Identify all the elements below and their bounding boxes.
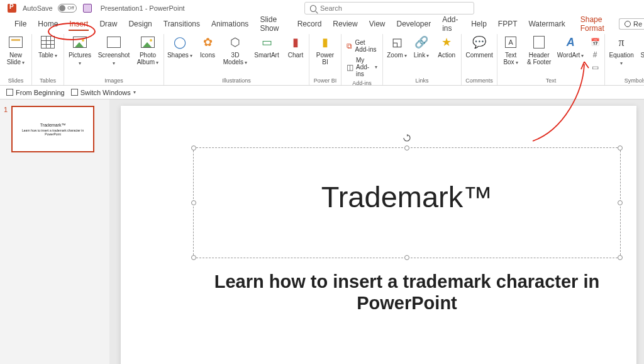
group-addins: ⧉Get Add-ins ◫My Add-ins▾ Add-ins [341, 34, 383, 85]
powerbi-icon: ▮ [317, 34, 333, 50]
photo-album-button[interactable]: PhotoAlbum [135, 34, 161, 66]
document-title: Presentation1 - PowerPoint [101, 4, 185, 12]
resize-handle[interactable] [618, 255, 623, 260]
pictures-icon [72, 34, 88, 50]
rotate-handle[interactable] [403, 133, 411, 140]
tab-record[interactable]: Record [292, 18, 328, 30]
link-button[interactable]: 🔗 Link [412, 34, 431, 59]
tab-draw[interactable]: Draw [94, 18, 123, 30]
shapes-icon: ◯ [172, 34, 188, 50]
search-input[interactable] [320, 4, 469, 12]
resize-handle[interactable] [404, 145, 409, 151]
tab-developer[interactable]: Developer [391, 18, 436, 30]
zoom-icon: ◱ [389, 34, 405, 50]
group-images: Pictures Screenshot PhotoAlbum Images [64, 34, 164, 85]
resize-handle[interactable] [191, 200, 196, 205]
photo-album-icon [140, 34, 156, 50]
action-button[interactable]: ★ Action [435, 34, 458, 59]
table-button[interactable]: Table [35, 34, 61, 59]
reuse-icon [625, 21, 631, 27]
windows-icon [71, 89, 78, 96]
symbol-button[interactable]: Ω Symbol [639, 34, 644, 59]
slide[interactable]: Trademark™ Learn how to insert a tradema… [121, 106, 636, 364]
tab-home[interactable]: Home [32, 18, 64, 30]
title-textbox[interactable]: Trademark™ [193, 147, 621, 258]
autosave-toggle[interactable]: Off [55, 4, 77, 13]
slide-title[interactable]: Trademark™ [194, 179, 620, 214]
ribbon: NewSlide Slides Table Tables Pictures Sc… [0, 31, 644, 86]
slide-thumbnails: 1 Trademark™ Learn how to insert a trade… [0, 100, 109, 364]
slide-number-button[interactable]: # [588, 49, 602, 60]
group-tables: Table Tables [32, 34, 64, 85]
date-time-button[interactable]: 📅 [588, 37, 602, 48]
slide-subtitle[interactable]: Learn how to insert a trademark characte… [193, 271, 621, 314]
thumb-number: 1 [4, 106, 8, 152]
save-icon[interactable] [83, 4, 92, 13]
equation-button[interactable]: π Equation [608, 34, 635, 67]
resize-handle[interactable] [404, 255, 409, 260]
smartart-button[interactable]: ▭ SmartArt [252, 34, 281, 59]
resize-handle[interactable] [191, 255, 196, 260]
group-links: ◱ Zoom 🔗 Link ★ Action Links [383, 34, 462, 85]
tab-fppt[interactable]: FPPT [492, 18, 523, 30]
textbox-button[interactable]: A TextBox [500, 34, 521, 66]
header-footer-button[interactable]: Header& Footer [525, 34, 553, 65]
tab-design[interactable]: Design [123, 18, 157, 30]
addins-icon: ◫ [347, 63, 353, 72]
equation-icon: π [613, 34, 630, 50]
from-beginning-button[interactable]: From Beginning [6, 89, 65, 96]
resize-handle[interactable] [191, 145, 196, 151]
switch-windows-button[interactable]: Switch Windows▾ [71, 89, 136, 96]
chart-icon: ▮ [287, 34, 304, 50]
tab-insert[interactable]: Insert [64, 18, 94, 30]
tab-watermark[interactable]: Watermark [523, 18, 570, 30]
link-icon: 🔗 [413, 34, 430, 50]
comment-button[interactable]: 💬 Comment [464, 34, 494, 59]
tab-view[interactable]: View [364, 18, 391, 30]
resize-handle[interactable] [618, 145, 623, 151]
powerbi-button[interactable]: ▮ PowerBI [312, 34, 338, 65]
object-icon: ▭ [591, 63, 599, 72]
wordart-button[interactable]: A WordArt [557, 34, 584, 59]
my-addins-button[interactable]: ◫My Add-ins▾ [344, 55, 380, 79]
new-slide-icon [8, 34, 24, 50]
resize-handle[interactable] [618, 200, 623, 205]
zoom-button[interactable]: ◱ Zoom [386, 34, 408, 59]
header-footer-icon [531, 34, 547, 50]
tab-help[interactable]: Help [465, 18, 492, 30]
3d-models-icon: ⬡ [227, 34, 243, 50]
titlebar: AutoSave Off Presentation1 - PowerPoint [0, 0, 644, 16]
new-slide-button[interactable]: NewSlide [3, 34, 29, 66]
pictures-button[interactable]: Pictures [67, 34, 93, 67]
powerpoint-icon [8, 4, 16, 13]
3d-models-button[interactable]: ⬡ 3DModels [222, 34, 248, 66]
icons-icon: ✿ [199, 34, 216, 50]
tab-shape-format[interactable]: Shape Format [575, 13, 619, 35]
date-icon: 📅 [591, 38, 599, 47]
reuse-button[interactable]: Re [619, 18, 644, 30]
get-addins-button[interactable]: ⧉Get Add-ins [344, 38, 380, 54]
group-symbols: π Equation Ω Symbol Symbols [605, 34, 644, 85]
screenshot-button[interactable]: Screenshot [97, 34, 131, 67]
tab-file[interactable]: File [9, 18, 32, 30]
action-icon: ★ [438, 34, 455, 50]
quick-access: From Beginning Switch Windows▾ [0, 86, 644, 100]
tab-addins[interactable]: Add-ins [436, 13, 465, 35]
slide-canvas[interactable]: Trademark™ Learn how to insert a tradema… [109, 100, 644, 364]
store-icon: ⧉ [347, 42, 353, 50]
tab-transitions[interactable]: Transitions [158, 18, 206, 30]
search-box[interactable] [304, 2, 474, 14]
tab-animations[interactable]: Animations [206, 18, 254, 30]
chart-button[interactable]: ▮ Chart [285, 34, 306, 59]
group-illustrations: ◯ Shapes ✿ Icons ⬡ 3DModels ▭ SmartArt ▮… [164, 34, 309, 85]
autosave-label: AutoSave [23, 4, 53, 12]
tab-review[interactable]: Review [327, 18, 363, 30]
slide-thumbnail-1[interactable]: Trademark™ Learn how to insert a tradema… [11, 106, 94, 152]
icons-button[interactable]: ✿ Icons [197, 34, 218, 59]
shapes-button[interactable]: ◯ Shapes [167, 34, 193, 59]
smartart-icon: ▭ [258, 34, 275, 50]
group-powerbi: ▮ PowerBI Power BI [309, 34, 341, 85]
group-slides: NewSlide Slides [0, 34, 32, 85]
object-button[interactable]: ▭ [588, 62, 602, 73]
tab-slideshow[interactable]: Slide Show [254, 13, 291, 35]
